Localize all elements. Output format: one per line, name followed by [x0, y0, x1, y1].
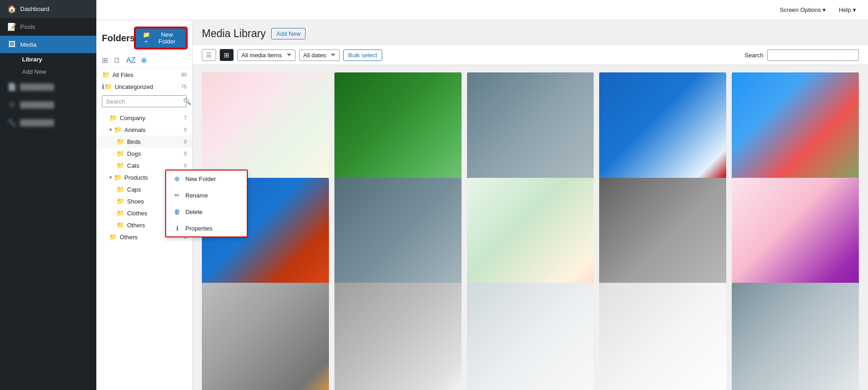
folder-item-company[interactable]: 📁 Company 7 — [96, 112, 192, 124]
media-header: Media Library Add New — [193, 20, 868, 45]
uncategorized-icon: ℹ📁 — [102, 83, 112, 90]
context-new-folder-icon: ⊕ — [173, 175, 181, 182]
folder-search-box[interactable]: 🔍 — [102, 95, 187, 107]
media-submenu: Library Add New — [0, 53, 96, 78]
all-media-filter[interactable]: All media items — [237, 49, 295, 61]
folder-count-birds: 0 — [184, 139, 187, 144]
folder-name-company: Company — [120, 115, 182, 121]
grid-view-button[interactable]: ⊞ — [220, 49, 234, 61]
media-toolbar: ☰ ⊞ All media items All dates Bulk selec… — [193, 45, 868, 65]
sidebar-item-label: Media — [20, 41, 36, 48]
sidebar-item-6[interactable]: 🔧 ████████ — [0, 114, 96, 132]
bulk-select-button[interactable]: Bulk select — [343, 49, 382, 61]
az-sort-icon[interactable]: AZ — [126, 56, 135, 65]
admin-sidebar: 🏠 Dashboard 📝 Posts 🖼 Media Library Add … — [0, 0, 96, 390]
folder-count-all-files: 90 — [181, 72, 187, 77]
sidebar-item-media[interactable]: 🖼 Media — [0, 36, 96, 53]
sidebar-item-dashboard[interactable]: 🏠 Dashboard — [0, 0, 96, 18]
folder-name-cats: Cats — [127, 162, 182, 169]
context-menu-rename[interactable]: ✏ Rename — [166, 187, 193, 203]
sidebar-blurred-items: 📄 ████████ ⚙ ████████ 🔧 ████████ — [0, 78, 96, 132]
context-new-folder-label: New Folder — [185, 176, 193, 182]
folder-name-uncategorized: Uncategorized — [115, 83, 179, 90]
grid-view-icon[interactable]: ⊞ — [102, 56, 108, 65]
search-label: Search — [745, 52, 763, 59]
folders-header: Folders 📁+ New Folder — [96, 20, 192, 52]
folders-title: Folders — [102, 33, 135, 44]
top-bar: Screen Options ▾ Help ▾ — [96, 0, 868, 20]
sidebar-item-5[interactable]: ⚙ ████████ — [0, 96, 96, 114]
folder-name-all-files: All Files — [112, 71, 179, 78]
folder-search-input[interactable] — [106, 98, 183, 105]
sidebar-item-label: Dashboard — [20, 5, 50, 12]
folder-item-all-files[interactable]: 📁 All Files 90 — [96, 69, 192, 81]
sidebar-item-posts[interactable]: 📝 Posts — [0, 18, 96, 36]
content-layout: Folders 📁+ New Folder ⊞ 🗋 AZ ⊕ 📁 All Fil… — [96, 20, 868, 390]
products-collapse-icon[interactable]: ▾ — [109, 174, 112, 181]
sidebar-item-4[interactable]: 📄 ████████ — [0, 78, 96, 96]
context-properties-label: Properties — [185, 225, 193, 232]
more-options-icon[interactable]: ⊕ — [141, 56, 147, 65]
main-content: Screen Options ▾ Help ▾ Folders 📁+ New F… — [96, 0, 868, 390]
add-new-button[interactable]: Add New — [271, 28, 306, 39]
new-folder-icon: 📁+ — [141, 31, 151, 45]
folder-count-animals: 0 — [184, 127, 187, 132]
folder-count-uncategorized: 75 — [181, 84, 187, 89]
all-dates-filter[interactable]: All dates — [299, 49, 339, 61]
new-folder-button[interactable]: 📁+ New Folder — [135, 27, 187, 49]
context-properties-icon: ℹ — [173, 225, 181, 232]
folder-icon-company: 📁 — [109, 114, 117, 121]
context-rename-label: Rename — [185, 192, 193, 199]
media-grid — [193, 65, 868, 390]
folder-item-animals[interactable]: ▾ 📁 Animals 0 — [96, 124, 192, 136]
list-view-button[interactable]: ☰ — [202, 49, 216, 61]
folder-item-uncategorized[interactable]: ℹ📁 Uncategorized 75 — [96, 81, 192, 93]
sidebar-item-label: Posts — [20, 23, 35, 30]
media-item-15[interactable] — [732, 283, 859, 390]
help-label: Help — [839, 6, 851, 13]
folder-icon-all-files: 📁 — [102, 71, 110, 78]
context-menu-properties[interactable]: ℹ Properties — [166, 220, 193, 236]
new-folder-label: New Folder — [154, 31, 180, 45]
media-item-12[interactable] — [334, 283, 462, 390]
context-delete-icon: 🗑 — [173, 208, 181, 215]
screen-options-label: Screen Options — [780, 6, 821, 13]
help-button[interactable]: Help ▾ — [834, 5, 861, 15]
help-chevron: ▾ — [853, 6, 856, 13]
media-area: Media Library Add New ☰ ⊞ All media item… — [193, 20, 868, 390]
folder-icon-birds: 📁 — [117, 138, 124, 145]
animals-collapse-icon[interactable]: ▾ — [109, 126, 112, 133]
sidebar-item-library[interactable]: Library — [17, 53, 96, 66]
folder-icon-cats: 📁 — [117, 162, 124, 169]
media-item-13[interactable] — [467, 283, 594, 390]
folder-icon-others-products: 📁 — [117, 221, 124, 229]
context-delete-label: Delete — [185, 209, 193, 215]
folder-item-dogs[interactable]: 📁 Dogs 0 — [96, 148, 192, 159]
media-icon: 🖼 — [7, 40, 17, 49]
screen-options-button[interactable]: Screen Options ▾ — [775, 5, 831, 15]
media-library-title: Media Library — [202, 27, 266, 40]
list-view-icon: ☰ — [206, 51, 212, 59]
folder-icon-products: 📁 — [114, 174, 122, 181]
folder-item-birds[interactable]: 📁 Birds 0 — [96, 136, 192, 148]
folder-icon-others-root: 📁 — [109, 233, 117, 241]
dashboard-icon: 🏠 — [7, 5, 17, 13]
posts-icon: 📝 — [7, 22, 17, 31]
folder-icon-dogs: 📁 — [117, 150, 124, 157]
media-search-input[interactable] — [767, 49, 859, 61]
context-menu-new-folder[interactable]: ⊕ New Folder — [166, 170, 193, 187]
context-menu: ⊕ New Folder ✏ Rename 🗑 Delete ℹ Propert… — [165, 170, 193, 237]
media-item-14[interactable] — [599, 283, 726, 390]
sidebar-item-add-new[interactable]: Add New — [17, 66, 96, 78]
folders-list: 📁 Company 7 ▾ 📁 Animals 0 📁 Birds 0 — [96, 110, 192, 390]
screen-options-chevron: ▾ — [823, 6, 826, 13]
folders-panel: Folders 📁+ New Folder ⊞ 🗋 AZ ⊕ 📁 All Fil… — [96, 20, 193, 390]
doc-icon[interactable]: 🗋 — [113, 56, 121, 65]
context-menu-delete[interactable]: 🗑 Delete — [166, 203, 193, 220]
context-rename-icon: ✏ — [173, 192, 181, 199]
media-item-11[interactable] — [202, 283, 329, 390]
folders-toolbar: ⊞ 🗋 AZ ⊕ — [96, 52, 192, 69]
sidebar-icon-6: 🔧 — [7, 118, 17, 127]
folder-name-animals: Animals — [124, 126, 182, 133]
folder-icon-animals: 📁 — [114, 126, 122, 133]
